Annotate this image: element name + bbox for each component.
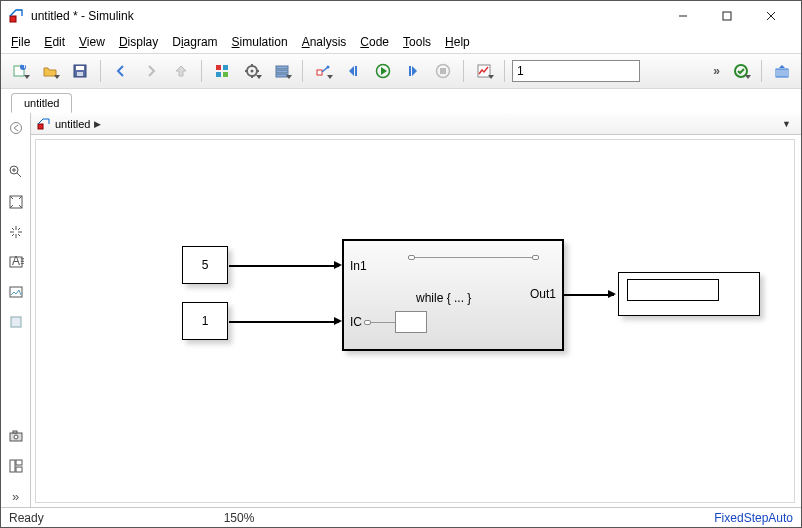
menu-display[interactable]: Display (119, 35, 158, 49)
wire (229, 321, 339, 323)
up-button[interactable] (168, 58, 194, 84)
svg-rect-10 (77, 72, 83, 76)
titlebar: untitled * - Simulink (1, 1, 801, 31)
arrow-right-icon (608, 290, 616, 298)
status-zoom: 150% (44, 511, 715, 525)
svg-rect-22 (276, 70, 288, 73)
model-canvas[interactable]: 5 1 In1 IC Out1 while { ... } (35, 139, 795, 503)
svg-rect-55 (38, 124, 43, 129)
status-solver[interactable]: FixedStepAuto (714, 511, 793, 525)
subsystem-caption: while { ... } (416, 291, 471, 305)
toolbar: + » (1, 53, 801, 89)
arrow-right-icon (334, 261, 342, 269)
crumb-root[interactable]: untitled (55, 118, 90, 130)
model-explorer-button[interactable] (269, 58, 295, 84)
menu-tools[interactable]: Tools (403, 35, 431, 49)
const2-value: 1 (202, 314, 209, 328)
svg-rect-48 (11, 317, 21, 327)
library-browser-button[interactable] (209, 58, 235, 84)
svg-rect-53 (16, 460, 22, 465)
step-forward-button[interactable] (400, 58, 426, 84)
svg-text:A≡: A≡ (12, 254, 24, 268)
area-icon[interactable] (5, 311, 27, 333)
svg-rect-26 (355, 66, 357, 76)
menu-help[interactable]: Help (445, 35, 470, 49)
image-icon[interactable] (5, 281, 27, 303)
expand-right-icon[interactable]: » (5, 485, 27, 507)
minimize-button[interactable] (661, 2, 705, 30)
fit-to-view-icon[interactable] (5, 191, 27, 213)
menu-code[interactable]: Code (360, 35, 389, 49)
svg-rect-23 (276, 74, 288, 77)
stepping-options-button[interactable] (310, 58, 336, 84)
block-constant-1[interactable]: 1 (182, 302, 228, 340)
new-model-button[interactable]: + (7, 58, 33, 84)
step-back-button[interactable] (340, 58, 366, 84)
port-label-ic: IC (350, 315, 362, 329)
save-button[interactable] (67, 58, 93, 84)
close-button[interactable] (749, 2, 793, 30)
block-constant-5[interactable]: 5 (182, 246, 228, 284)
display-readout (627, 279, 719, 301)
toggle-perspectives-icon[interactable] (5, 221, 27, 243)
svg-rect-54 (16, 467, 22, 472)
chevron-right-icon[interactable]: ▶ (94, 119, 101, 129)
menu-view[interactable]: View (79, 35, 105, 49)
menu-simulation[interactable]: Simulation (232, 35, 288, 49)
forward-button[interactable] (138, 58, 164, 84)
breadcrumb: untitled ▶ ▼ (31, 113, 801, 135)
block-display[interactable] (618, 272, 760, 316)
port-label-out1: Out1 (530, 287, 556, 301)
open-button[interactable] (37, 58, 63, 84)
svg-rect-52 (10, 460, 15, 472)
build-button[interactable] (769, 58, 795, 84)
svg-line-41 (17, 173, 21, 177)
tab-untitled[interactable]: untitled (11, 93, 72, 113)
data-inspector-button[interactable] (471, 58, 497, 84)
svg-rect-21 (276, 66, 288, 69)
menu-edit[interactable]: Edit (44, 35, 65, 49)
status-bar: Ready 150% FixedStepAuto (1, 507, 801, 527)
screenshot-icon[interactable] (5, 425, 27, 447)
menu-analysis[interactable]: Analysis (302, 35, 347, 49)
svg-rect-0 (10, 16, 16, 22)
svg-rect-13 (216, 72, 221, 77)
svg-rect-14 (223, 72, 228, 77)
stop-button[interactable] (430, 58, 456, 84)
wire (564, 294, 614, 296)
window-title: untitled * - Simulink (31, 9, 661, 23)
menu-file[interactable]: File (11, 35, 30, 49)
toolbar-overflow[interactable]: » (709, 64, 724, 78)
simulink-icon (9, 8, 25, 24)
status-left: Ready (9, 511, 44, 525)
breadcrumb-dropdown[interactable]: ▼ (782, 119, 795, 129)
annotation-icon[interactable]: A≡ (5, 251, 27, 273)
maximize-button[interactable] (705, 2, 749, 30)
svg-rect-30 (440, 68, 446, 74)
svg-rect-28 (409, 66, 411, 76)
svg-rect-12 (223, 65, 228, 70)
palette-bar: A≡ » (1, 113, 31, 507)
svg-rect-24 (317, 70, 322, 75)
stop-time-input[interactable] (512, 60, 640, 82)
update-diagram-button[interactable] (728, 58, 754, 84)
svg-text:+: + (21, 63, 28, 72)
const1-value: 5 (202, 258, 209, 272)
model-browser-icon[interactable] (5, 455, 27, 477)
model-configuration-button[interactable] (239, 58, 265, 84)
back-button[interactable] (108, 58, 134, 84)
svg-point-39 (10, 123, 21, 134)
svg-point-16 (251, 70, 254, 73)
run-button[interactable] (370, 58, 396, 84)
arrow-right-icon (334, 317, 342, 325)
menu-diagram[interactable]: Diagram (172, 35, 217, 49)
block-while-subsystem[interactable]: In1 IC Out1 while { ... } (342, 239, 564, 351)
menubar: File Edit View Display Diagram Simulatio… (1, 31, 801, 53)
svg-rect-2 (723, 12, 731, 20)
hide-browser-button[interactable] (5, 117, 27, 139)
svg-point-25 (327, 66, 330, 69)
svg-rect-9 (76, 66, 84, 70)
tabs: untitled (1, 89, 801, 113)
svg-rect-11 (216, 65, 221, 70)
zoom-in-icon[interactable] (5, 161, 27, 183)
